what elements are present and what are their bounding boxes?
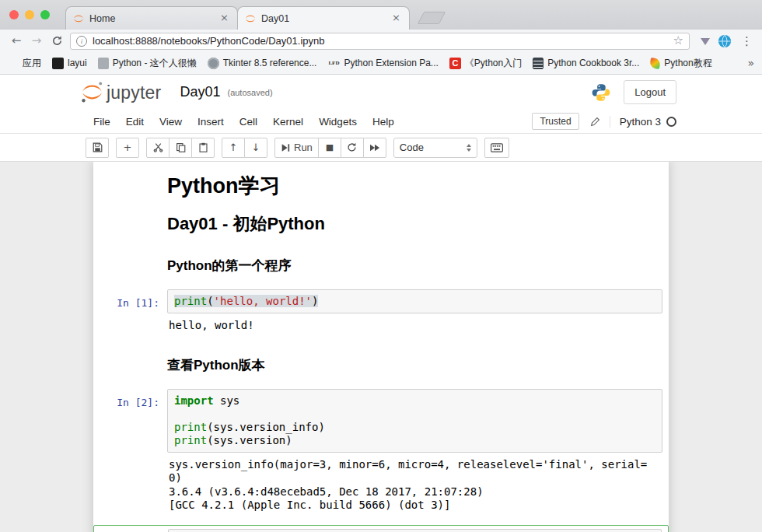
new-tab-button[interactable] [418, 12, 446, 24]
code-line [174, 408, 655, 421]
bookmark-star-icon[interactable]: ☆ [673, 35, 683, 47]
bookmark-python-cookbook[interactable]: Python Cookbook 3r... [533, 58, 639, 69]
download-arrow-icon[interactable] [701, 38, 710, 50]
tab-title: Day01 [261, 13, 385, 24]
keyboard-icon [491, 143, 503, 152]
menu-view[interactable]: View [152, 116, 190, 128]
code-input-focused[interactable] [168, 529, 662, 532]
code-line: import sys [174, 394, 655, 408]
bookmark-python-lazy[interactable]: Python - 这个人很懒 [98, 57, 197, 70]
cut-cell-button[interactable] [146, 138, 170, 158]
clipboard-icon [198, 142, 208, 152]
page-info-icon[interactable]: i [76, 36, 87, 47]
notebook-background: Python学习 Day01 - 初始Python Python的第一个程序 I… [0, 161, 762, 532]
kernel-name: Python 3 [620, 116, 661, 128]
save-icon [93, 142, 103, 152]
reload-button[interactable] [47, 35, 67, 47]
menu-cell[interactable]: Cell [232, 116, 265, 128]
minimize-window-button[interactable] [25, 10, 34, 19]
close-tab-icon[interactable]: × [218, 12, 230, 24]
dropdown-arrows-icon [467, 144, 471, 152]
forward-button[interactable]: → [26, 35, 47, 47]
restart-kernel-button[interactable] [341, 138, 364, 158]
bookmark-apps[interactable]: 应用 [8, 57, 41, 70]
notebook-toolbar: + ↑ ↓ Run ■ Code [0, 134, 762, 161]
tab-day01[interactable]: Day01 × [237, 6, 410, 30]
code-cell-2[interactable]: In [2]: import sys print(sys.version_inf… [93, 386, 669, 519]
bookmark-label: Python Extension Pa... [344, 58, 438, 68]
jupyter-logo[interactable]: jupyter [81, 81, 161, 103]
move-cell-up-button[interactable]: ↑ [222, 138, 245, 158]
menu-help[interactable]: Help [365, 116, 402, 128]
globe-extension-icon[interactable] [718, 34, 732, 48]
bookmarks-bar: 应用 layui Python - 这个人很懒 Tkinter 8.5 refe… [0, 52, 762, 75]
add-cell-button[interactable]: + [116, 138, 139, 158]
bookmark-label: 应用 [23, 57, 41, 70]
menu-insert[interactable]: Insert [190, 116, 232, 128]
markdown-cell-h2[interactable]: Day01 - 初始Python [93, 205, 669, 240]
globe-favicon [208, 58, 219, 69]
bookmark-layui[interactable]: layui [52, 58, 87, 69]
command-palette-button[interactable] [484, 138, 509, 158]
back-button[interactable]: ← [6, 35, 26, 47]
tab-home[interactable]: Home × [65, 6, 238, 30]
copy-icon [176, 142, 186, 152]
code-line: print('hello, world!') [174, 295, 655, 308]
logout-button[interactable]: Logout [624, 80, 676, 104]
save-button[interactable] [86, 138, 109, 158]
tab-title: Home [89, 13, 213, 24]
menu-kernel[interactable]: Kernel [265, 116, 311, 128]
code-input[interactable]: import sys print(sys.version_info) print… [167, 389, 662, 453]
markdown-cell-h3-first-program[interactable]: Python的第一个程序 [93, 240, 669, 278]
code-input[interactable]: print('hello, world!') [167, 289, 662, 313]
tabs: Home × Day01 × [65, 6, 442, 30]
run-icon [281, 143, 290, 152]
run-label: Run [294, 142, 313, 153]
close-window-button[interactable] [9, 10, 19, 19]
markdown-cell-h3-version[interactable]: 查看Python版本 [93, 339, 669, 378]
code-line: print(sys.version_info) [174, 421, 655, 434]
bookmarks-overflow-icon[interactable]: » [747, 57, 754, 69]
menu-widgets[interactable]: Widgets [311, 116, 365, 128]
jupyter-favicon [245, 13, 256, 24]
paste-cell-button[interactable] [191, 138, 215, 158]
run-cell-button[interactable]: Run [274, 138, 319, 158]
bookmark-label: Tkinter 8.5 reference... [223, 58, 317, 68]
jupyter-favicon [73, 13, 84, 24]
cell-type-dropdown[interactable]: Code [393, 138, 477, 158]
menu-edit[interactable]: Edit [118, 116, 152, 128]
move-cell-down-button[interactable]: ↓ [244, 138, 267, 158]
window-controls [9, 10, 50, 19]
fast-forward-icon [369, 143, 380, 152]
kernel-indicator: Python 3 [610, 116, 676, 128]
prompt-area [93, 208, 167, 236]
bookmark-label: Python教程 [664, 57, 711, 70]
trusted-button[interactable]: Trusted [532, 113, 578, 130]
bookmark-lfd-python-extension[interactable]: LFD Python Extension Pa... [327, 57, 438, 69]
jupyter-logo-icon [81, 81, 103, 103]
address-bar[interactable]: i localhost:8888/notebooks/PythonCode/Da… [70, 33, 690, 50]
chrome-menu-icon[interactable]: ⋮ [735, 34, 756, 48]
bookmark-label: Python Cookbook 3r... [547, 58, 639, 68]
heading-python-study: Python学习 [167, 174, 662, 198]
bookmark-tkinter-reference[interactable]: Tkinter 8.5 reference... [208, 58, 317, 69]
kernel-idle-icon [666, 117, 676, 127]
close-tab-icon[interactable]: × [390, 12, 402, 24]
zoom-window-button[interactable] [40, 10, 50, 19]
code-cell-1[interactable]: In [1]: print('hello, world!') hello, wo… [93, 286, 669, 339]
edit-mode-pencil-icon [590, 117, 600, 127]
markdown-cell-h1[interactable]: Python学习 [93, 168, 669, 205]
bookmark-label: Python - 这个人很懒 [113, 57, 197, 70]
url-text[interactable]: localhost:8888/notebooks/PythonCode/Day0… [93, 35, 668, 47]
notebook-title[interactable]: Day01 [180, 84, 220, 100]
menu-file[interactable]: File [87, 116, 118, 128]
bookmark-python-tutorial[interactable]: Python教程 [650, 57, 711, 70]
bookmark-python-intro[interactable]: C 《Python入门 [449, 57, 522, 70]
restart-run-all-button[interactable] [363, 138, 386, 158]
layui-favicon [52, 58, 64, 69]
code-cell-3-selected[interactable]: In [ ]: [93, 525, 669, 532]
copy-cell-button[interactable] [169, 138, 192, 158]
interrupt-kernel-button[interactable]: ■ [318, 138, 341, 158]
code-line: print(sys.version) [174, 434, 655, 447]
output-text: hello, world! [169, 319, 662, 333]
